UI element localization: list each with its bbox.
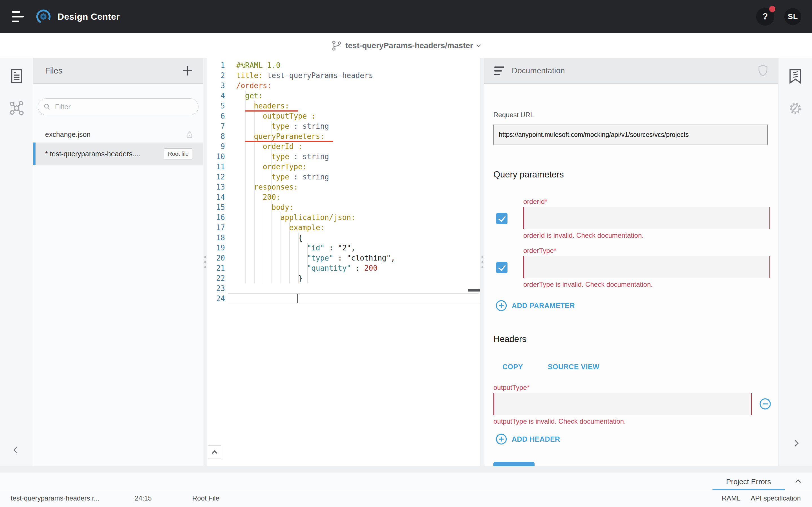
list-icon[interactable] (494, 66, 504, 75)
file-item[interactable]: * test-queryparams-headers....Root file (33, 143, 203, 165)
add-file-button[interactable] (183, 66, 192, 75)
parameter-input[interactable] (523, 207, 770, 229)
status-spec-type: API specification (751, 494, 801, 502)
status-cursor-position: 24:15 (135, 494, 152, 502)
tab-copy[interactable]: COPY (502, 363, 523, 371)
code-lines: 1#%RAML 1.02title: test-queryParams-head… (207, 60, 480, 304)
plus-circle-icon (495, 433, 507, 445)
code-line[interactable]: 11 orderType: (207, 162, 480, 172)
documentation-title: Documentation (512, 66, 565, 75)
branch-name: test-queryParams-headers/master (345, 41, 473, 50)
code-line[interactable]: 16 application/json: (207, 212, 480, 223)
code-line[interactable]: 17 example: (207, 223, 480, 233)
code-text: example: (225, 223, 324, 233)
line-number: 2 (207, 70, 225, 80)
file-name: * test-queryparams-headers.... (45, 150, 140, 158)
text-cursor (297, 294, 298, 303)
add-parameter-button[interactable]: ADD PARAMETER (495, 300, 575, 312)
avatar[interactable]: SL (784, 8, 801, 25)
code-line[interactable]: 24 (207, 293, 480, 304)
code-line[interactable]: 22 } (207, 273, 480, 283)
search-icon (44, 103, 50, 110)
code-line[interactable]: 9 orderId : (207, 142, 480, 152)
documentation-header: Documentation (484, 58, 778, 83)
query-parameters-title: Query parameters (493, 170, 564, 180)
errors-collapse-button[interactable] (796, 478, 800, 485)
api-graph-icon[interactable] (0, 101, 33, 115)
chevron-down-icon (476, 43, 481, 47)
line-number: 3 (207, 80, 225, 91)
drag-handle-icon (481, 256, 484, 271)
tab-source-view[interactable]: SOURCE VIEW (548, 363, 599, 371)
code-line[interactable]: 21 "quantity" : 200 (207, 263, 480, 273)
documentation-body: Request URL Query parameters orderId*ord… (484, 83, 778, 466)
mulesoft-logo-icon[interactable] (36, 9, 51, 24)
line-number: 8 (207, 131, 225, 142)
code-line[interactable]: 3/orders: (207, 80, 480, 91)
top-header: Design Center ? SL (0, 0, 812, 33)
file-filter (38, 98, 199, 115)
code-text: "id" : "2", (225, 243, 356, 253)
drag-handle-icon (204, 256, 206, 271)
code-line[interactable]: 14 200: (207, 192, 480, 202)
status-filename[interactable]: test-queryparams-headers.r... (11, 494, 100, 502)
code-line[interactable]: 15 body: (207, 202, 480, 212)
code-line[interactable]: 7 type : string (207, 121, 480, 131)
code-line[interactable]: 1#%RAML 1.0 (207, 60, 480, 70)
scrollbar-thumb[interactable] (468, 289, 480, 291)
header-input[interactable] (493, 393, 752, 415)
mocking-service-gear-pencil-icon[interactable] (778, 101, 812, 116)
collapse-bottom-panel-button[interactable] (208, 445, 221, 459)
code-line[interactable]: 12 type : string (207, 172, 480, 182)
code-line[interactable]: 10 type : string (207, 152, 480, 162)
status-root-file: Root File (192, 494, 219, 502)
code-line[interactable]: 5 headers: (207, 101, 480, 111)
api-spec-bookmark-icon[interactable] (778, 69, 812, 84)
code-line[interactable]: 23 (207, 283, 480, 293)
git-branch-icon (332, 40, 342, 51)
collapse-files-button[interactable] (0, 450, 33, 452)
parameter-error: orderType is invalid. Check documentatio… (523, 281, 778, 288)
status-bar: test-queryparams-headers.r... 24:15 Root… (0, 490, 812, 507)
collapse-doc-button[interactable] (778, 443, 812, 446)
line-number: 4 (207, 91, 225, 101)
parameter-checkbox[interactable] (496, 213, 507, 224)
code-line[interactable]: 6 outputType : (207, 111, 480, 121)
branch-selector[interactable]: test-queryParams-headers/master (332, 40, 480, 51)
status-language: RAML (722, 494, 741, 502)
code-text: #%RAML 1.0 (225, 60, 281, 70)
project-errors-row: Project Errors (0, 473, 812, 490)
code-editor[interactable]: 1#%RAML 1.02title: test-queryParams-head… (207, 58, 480, 466)
code-text: headers: (225, 101, 298, 111)
code-text: queryParameters: (225, 131, 333, 142)
api-spec-document-icon[interactable] (0, 69, 33, 83)
lock-icon (186, 131, 193, 138)
files-list: exchange.json* test-queryparams-headers.… (33, 126, 203, 165)
code-line[interactable]: 8 queryParameters: (207, 131, 480, 142)
code-text: body: (225, 202, 294, 212)
current-line-box (228, 293, 478, 304)
code-line[interactable]: 4 get: (207, 91, 480, 101)
tab-project-errors[interactable]: Project Errors (712, 473, 784, 490)
code-line[interactable]: 13 responses: (207, 182, 480, 192)
code-text: type : string (225, 172, 329, 182)
shield-icon[interactable] (758, 64, 768, 77)
file-item[interactable]: exchange.json (33, 126, 203, 143)
filter-input[interactable] (54, 103, 193, 111)
remove-header-button[interactable] (759, 398, 771, 411)
code-text: outputType : (225, 111, 316, 121)
project-toolbar: test-queryParams-headers/master Publish (0, 33, 812, 58)
request-url-input[interactable] (493, 124, 768, 145)
code-text: orderId : (225, 142, 303, 152)
menu-icon[interactable] (12, 11, 25, 22)
add-header-button[interactable]: ADD HEADER (495, 433, 560, 445)
code-line[interactable]: 19 "id" : "2", (207, 243, 480, 253)
code-line[interactable]: 18 { (207, 233, 480, 243)
parameter-input[interactable] (523, 256, 770, 278)
code-text (225, 283, 236, 293)
code-line[interactable]: 20 "type" : "clothing", (207, 253, 480, 263)
code-line[interactable]: 2title: test-queryParams-headers (207, 70, 480, 80)
parameter-checkbox[interactable] (496, 262, 507, 273)
help-button[interactable]: ? (756, 8, 774, 25)
question-icon: ? (763, 11, 768, 22)
